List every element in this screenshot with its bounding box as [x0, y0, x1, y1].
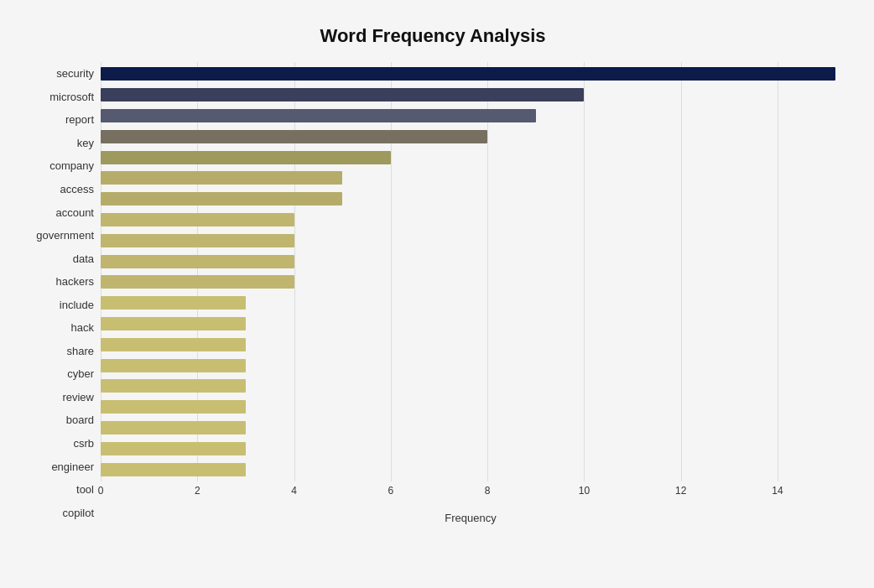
y-label-hack: hack: [25, 316, 94, 340]
bar-share: [101, 317, 246, 330]
bar-review: [101, 359, 246, 372]
bar-row-csrb: [101, 397, 840, 418]
y-label-key: key: [25, 132, 94, 155]
bar-row-government: [101, 210, 840, 231]
y-label-cyber: cyber: [25, 362, 94, 386]
bar-cyber: [101, 338, 246, 351]
bar-row-account: [101, 189, 840, 210]
bar-row-security: [101, 64, 840, 85]
bar-row-microsoft: [101, 85, 840, 106]
bar-row-board: [101, 376, 840, 397]
bar-copilot: [101, 463, 246, 476]
bar-government: [101, 213, 294, 226]
bar-microsoft: [101, 88, 584, 101]
y-label-government: government: [25, 224, 94, 247]
x-tick-4: 4: [291, 485, 297, 497]
bar-row-report: [101, 106, 840, 127]
bar-include: [101, 275, 294, 289]
y-label-access: access: [25, 178, 94, 201]
bar-row-hack: [101, 293, 840, 314]
bar-row-share: [101, 314, 840, 335]
bar-account: [101, 192, 342, 206]
bar-row-tool: [101, 438, 840, 459]
y-label-engineer: engineer: [25, 455, 94, 478]
y-label-account: account: [25, 200, 94, 224]
bar-engineer: [101, 421, 246, 434]
y-label-security: security: [25, 62, 94, 86]
y-label-tool: tool: [25, 478, 94, 502]
bar-hackers: [101, 255, 294, 268]
bar-row-include: [101, 272, 840, 293]
grid-and-bars: [101, 62, 840, 481]
bar-hack: [101, 296, 246, 310]
bar-tool: [101, 442, 246, 455]
x-tick-2: 2: [195, 485, 200, 497]
bar-row-data: [101, 230, 840, 251]
x-tick-10: 10: [579, 485, 590, 497]
x-axis: 02468101214: [101, 485, 840, 510]
bar-security: [101, 67, 835, 81]
y-label-share: share: [25, 340, 94, 363]
bar-row-access: [101, 168, 840, 189]
y-label-include: include: [25, 293, 94, 316]
bars-container: [101, 62, 840, 481]
bar-csrb: [101, 400, 246, 414]
bar-row-engineer: [101, 418, 840, 439]
bar-company: [101, 151, 391, 164]
y-label-review: review: [25, 386, 94, 409]
bar-key: [101, 130, 487, 143]
bar-row-copilot: [101, 459, 840, 480]
x-tick-14: 14: [772, 485, 783, 497]
x-tick-0: 0: [98, 485, 104, 497]
y-label-data: data: [25, 247, 94, 270]
bar-data: [101, 234, 294, 247]
y-label-microsoft: microsoft: [25, 86, 94, 109]
chart-title: Word Frequency Analysis: [25, 25, 840, 47]
y-label-hackers: hackers: [25, 270, 94, 294]
y-label-csrb: csrb: [25, 432, 94, 455]
plot-area: 02468101214 Frequency: [101, 62, 840, 524]
bar-board: [101, 379, 246, 393]
chart-area: securitymicrosoftreportkeycompanyaccessa…: [25, 62, 840, 524]
y-label-copilot: copilot: [25, 501, 94, 524]
bar-row-company: [101, 147, 840, 168]
chart-container: Word Frequency Analysis securitymicrosof…: [8, 8, 866, 588]
bar-access: [101, 171, 342, 185]
bar-row-cyber: [101, 334, 840, 355]
x-tick-12: 12: [675, 485, 686, 497]
x-axis-label: Frequency: [101, 512, 840, 524]
y-labels: securitymicrosoftreportkeycompanyaccessa…: [25, 62, 101, 524]
x-tick-8: 8: [485, 485, 491, 497]
bar-row-hackers: [101, 251, 840, 272]
y-label-report: report: [25, 108, 94, 132]
x-tick-6: 6: [388, 485, 394, 497]
bar-report: [101, 109, 536, 122]
y-label-board: board: [25, 408, 94, 432]
y-label-company: company: [25, 154, 94, 178]
bar-row-key: [101, 126, 840, 147]
bar-row-review: [101, 355, 840, 376]
